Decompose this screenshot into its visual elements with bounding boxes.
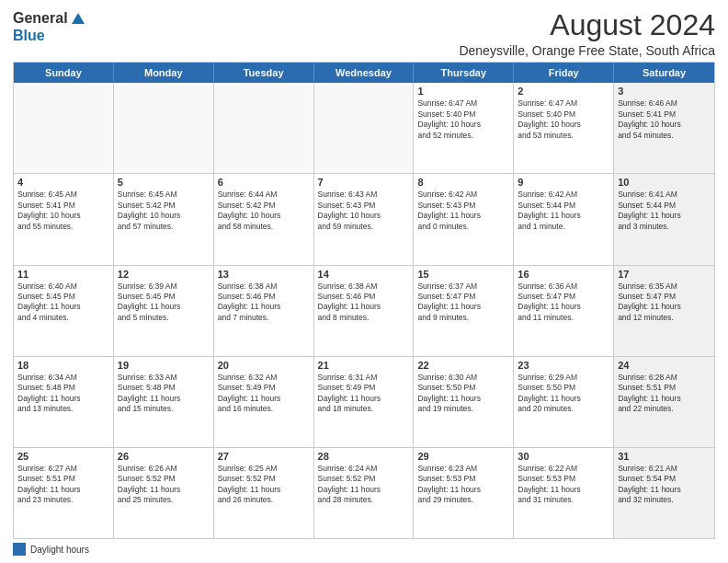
day-info: Sunrise: 6:45 AM Sunset: 5:41 PM Dayligh… bbox=[17, 190, 109, 232]
calendar-body: 1Sunrise: 6:47 AM Sunset: 5:40 PM Daylig… bbox=[14, 83, 714, 538]
day-info: Sunrise: 6:23 AM Sunset: 5:53 PM Dayligh… bbox=[417, 464, 509, 506]
day-number: 25 bbox=[17, 451, 109, 462]
day-number: 27 bbox=[218, 451, 310, 462]
calendar-cell: 29Sunrise: 6:23 AM Sunset: 5:53 PM Dayli… bbox=[414, 448, 514, 538]
calendar-cell: 11Sunrise: 6:40 AM Sunset: 5:45 PM Dayli… bbox=[14, 266, 114, 356]
day-info: Sunrise: 6:42 AM Sunset: 5:44 PM Dayligh… bbox=[518, 190, 609, 232]
svg-marker-0 bbox=[72, 13, 85, 24]
day-info: Sunrise: 6:33 AM Sunset: 5:48 PM Dayligh… bbox=[118, 373, 210, 415]
logo-blue: Blue bbox=[13, 28, 86, 44]
title-area: August 2024 Deneysville, Orange Free Sta… bbox=[114, 9, 715, 58]
day-number: 29 bbox=[417, 451, 509, 462]
day-number: 9 bbox=[518, 177, 609, 188]
calendar-row: 18Sunrise: 6:34 AM Sunset: 5:48 PM Dayli… bbox=[14, 356, 714, 447]
calendar-cell: 3Sunrise: 6:46 AM Sunset: 5:41 PM Daylig… bbox=[614, 83, 714, 173]
day-number: 19 bbox=[118, 360, 210, 371]
day-info: Sunrise: 6:41 AM Sunset: 5:44 PM Dayligh… bbox=[618, 190, 711, 232]
calendar-cell: 17Sunrise: 6:35 AM Sunset: 5:47 PM Dayli… bbox=[614, 266, 714, 356]
calendar-row: 25Sunrise: 6:27 AM Sunset: 5:51 PM Dayli… bbox=[14, 447, 714, 538]
calendar-cell: 24Sunrise: 6:28 AM Sunset: 5:51 PM Dayli… bbox=[614, 357, 714, 447]
calendar-cell: 1Sunrise: 6:47 AM Sunset: 5:40 PM Daylig… bbox=[414, 83, 514, 173]
day-number: 22 bbox=[417, 360, 509, 371]
logo-area: General Blue bbox=[13, 9, 114, 44]
day-info: Sunrise: 6:30 AM Sunset: 5:50 PM Dayligh… bbox=[417, 373, 509, 415]
calendar-cell bbox=[14, 83, 114, 173]
day-info: Sunrise: 6:40 AM Sunset: 5:45 PM Dayligh… bbox=[17, 282, 109, 324]
calendar-cell: 8Sunrise: 6:42 AM Sunset: 5:43 PM Daylig… bbox=[414, 174, 514, 264]
day-info: Sunrise: 6:43 AM Sunset: 5:43 PM Dayligh… bbox=[318, 190, 410, 232]
calendar-cell: 7Sunrise: 6:43 AM Sunset: 5:43 PM Daylig… bbox=[314, 174, 415, 264]
day-info: Sunrise: 6:47 AM Sunset: 5:40 PM Dayligh… bbox=[417, 98, 509, 141]
day-number: 7 bbox=[318, 177, 410, 188]
day-number: 31 bbox=[618, 451, 711, 462]
day-info: Sunrise: 6:28 AM Sunset: 5:51 PM Dayligh… bbox=[618, 373, 711, 415]
calendar-cell: 22Sunrise: 6:30 AM Sunset: 5:50 PM Dayli… bbox=[414, 357, 514, 447]
calendar-header-cell: Tuesday bbox=[214, 63, 314, 83]
calendar-cell: 12Sunrise: 6:39 AM Sunset: 5:45 PM Dayli… bbox=[114, 266, 214, 356]
day-info: Sunrise: 6:38 AM Sunset: 5:46 PM Dayligh… bbox=[318, 282, 410, 324]
day-info: Sunrise: 6:42 AM Sunset: 5:43 PM Dayligh… bbox=[417, 190, 509, 232]
day-info: Sunrise: 6:22 AM Sunset: 5:53 PM Dayligh… bbox=[518, 464, 609, 506]
day-number: 16 bbox=[518, 269, 609, 280]
calendar-cell: 23Sunrise: 6:29 AM Sunset: 5:50 PM Dayli… bbox=[514, 357, 614, 447]
day-info: Sunrise: 6:44 AM Sunset: 5:42 PM Dayligh… bbox=[218, 190, 310, 232]
logo-general: General bbox=[13, 10, 68, 27]
footer-label: Daylight hours bbox=[30, 545, 89, 555]
day-number: 8 bbox=[417, 177, 509, 188]
day-info: Sunrise: 6:36 AM Sunset: 5:47 PM Dayligh… bbox=[518, 282, 609, 324]
calendar-row: 4Sunrise: 6:45 AM Sunset: 5:41 PM Daylig… bbox=[14, 173, 714, 264]
day-number: 23 bbox=[518, 360, 609, 371]
day-number: 30 bbox=[518, 451, 609, 462]
calendar-cell bbox=[214, 83, 314, 173]
day-info: Sunrise: 6:32 AM Sunset: 5:49 PM Dayligh… bbox=[218, 373, 310, 415]
day-number: 10 bbox=[618, 177, 711, 188]
day-info: Sunrise: 6:24 AM Sunset: 5:52 PM Dayligh… bbox=[318, 464, 410, 506]
calendar-cell: 27Sunrise: 6:25 AM Sunset: 5:52 PM Dayli… bbox=[214, 448, 314, 538]
day-info: Sunrise: 6:29 AM Sunset: 5:50 PM Dayligh… bbox=[518, 373, 609, 415]
calendar-cell: 31Sunrise: 6:21 AM Sunset: 5:54 PM Dayli… bbox=[614, 448, 714, 538]
calendar-cell: 10Sunrise: 6:41 AM Sunset: 5:44 PM Dayli… bbox=[614, 174, 714, 264]
day-number: 15 bbox=[417, 269, 509, 280]
day-info: Sunrise: 6:45 AM Sunset: 5:42 PM Dayligh… bbox=[118, 190, 210, 232]
day-number: 4 bbox=[17, 177, 109, 188]
day-info: Sunrise: 6:46 AM Sunset: 5:41 PM Dayligh… bbox=[618, 98, 711, 141]
footer: Daylight hours bbox=[13, 543, 715, 556]
day-info: Sunrise: 6:34 AM Sunset: 5:48 PM Dayligh… bbox=[17, 373, 109, 415]
calendar-cell: 15Sunrise: 6:37 AM Sunset: 5:47 PM Dayli… bbox=[414, 266, 514, 356]
day-number: 1 bbox=[417, 86, 509, 97]
page: General Blue August 2024 Deneysville, Or… bbox=[0, 0, 728, 563]
calendar-cell: 28Sunrise: 6:24 AM Sunset: 5:52 PM Dayli… bbox=[314, 448, 415, 538]
day-number: 14 bbox=[318, 269, 410, 280]
header: General Blue August 2024 Deneysville, Or… bbox=[13, 9, 715, 58]
calendar-cell: 25Sunrise: 6:27 AM Sunset: 5:51 PM Dayli… bbox=[14, 448, 114, 538]
calendar-cell: 5Sunrise: 6:45 AM Sunset: 5:42 PM Daylig… bbox=[114, 174, 214, 264]
day-info: Sunrise: 6:47 AM Sunset: 5:40 PM Dayligh… bbox=[518, 98, 609, 141]
calendar-cell: 6Sunrise: 6:44 AM Sunset: 5:42 PM Daylig… bbox=[214, 174, 314, 264]
day-number: 26 bbox=[118, 451, 210, 462]
day-number: 18 bbox=[17, 360, 109, 371]
calendar-header-cell: Sunday bbox=[14, 63, 114, 83]
calendar-cell: 19Sunrise: 6:33 AM Sunset: 5:48 PM Dayli… bbox=[114, 357, 214, 447]
day-number: 3 bbox=[618, 86, 711, 97]
day-number: 12 bbox=[118, 269, 210, 280]
day-info: Sunrise: 6:27 AM Sunset: 5:51 PM Dayligh… bbox=[17, 464, 109, 506]
calendar-cell: 9Sunrise: 6:42 AM Sunset: 5:44 PM Daylig… bbox=[514, 174, 614, 264]
subtitle: Deneysville, Orange Free State, South Af… bbox=[114, 43, 715, 58]
day-number: 24 bbox=[618, 360, 711, 371]
day-number: 17 bbox=[618, 269, 711, 280]
calendar-cell: 14Sunrise: 6:38 AM Sunset: 5:46 PM Dayli… bbox=[314, 266, 415, 356]
logo-icon bbox=[70, 11, 86, 28]
day-info: Sunrise: 6:25 AM Sunset: 5:52 PM Dayligh… bbox=[218, 464, 310, 506]
calendar-header-cell: Wednesday bbox=[314, 63, 415, 83]
calendar-row: 11Sunrise: 6:40 AM Sunset: 5:45 PM Dayli… bbox=[14, 265, 714, 356]
calendar-header-cell: Friday bbox=[514, 63, 614, 83]
calendar-cell: 30Sunrise: 6:22 AM Sunset: 5:53 PM Dayli… bbox=[514, 448, 614, 538]
footer-dot bbox=[13, 543, 26, 556]
day-number: 28 bbox=[318, 451, 410, 462]
day-info: Sunrise: 6:37 AM Sunset: 5:47 PM Dayligh… bbox=[417, 282, 509, 324]
calendar-cell: 21Sunrise: 6:31 AM Sunset: 5:49 PM Dayli… bbox=[314, 357, 415, 447]
calendar-cell: 2Sunrise: 6:47 AM Sunset: 5:40 PM Daylig… bbox=[514, 83, 614, 173]
day-number: 21 bbox=[318, 360, 410, 371]
calendar-cell: 20Sunrise: 6:32 AM Sunset: 5:49 PM Dayli… bbox=[214, 357, 314, 447]
logo-text: General Blue bbox=[13, 9, 86, 44]
